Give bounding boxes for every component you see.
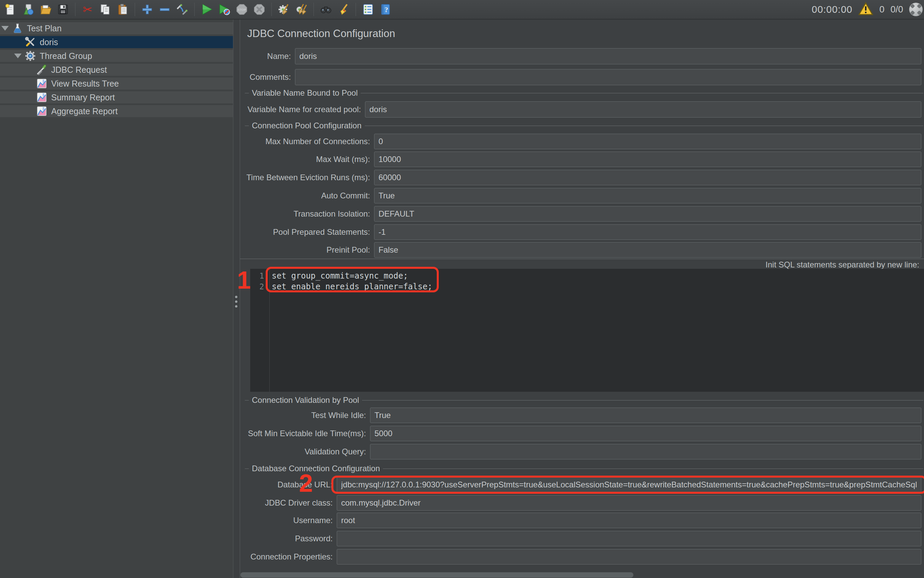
clear-button[interactable]	[276, 2, 292, 17]
field-row-soft-min: Soft Min Evictable Idle Time(ms):	[240, 426, 924, 441]
clear-all-button[interactable]	[293, 2, 309, 17]
search-button[interactable]	[318, 2, 334, 17]
splitter-handle-icon[interactable]	[235, 296, 237, 307]
toggle-button[interactable]	[174, 2, 190, 17]
auto-commit-label: Auto Commit:	[240, 191, 374, 200]
tree-item-label: Test Plan	[27, 24, 62, 33]
expand-all-button[interactable]	[139, 2, 155, 17]
transaction-isolation-label: Transaction Isolation:	[240, 209, 374, 219]
database-url-input[interactable]	[337, 477, 921, 492]
section-database-connection-configuration: Database Connection Configuration	[245, 464, 924, 473]
auto-commit-input[interactable]	[374, 188, 921, 203]
panel-splitter[interactable]	[234, 19, 240, 578]
section-title: Database Connection Configuration	[249, 464, 383, 473]
start-no-pauses-button[interactable]	[217, 2, 232, 17]
field-row-name: Name:	[240, 48, 924, 64]
preinit-pool-input[interactable]	[374, 242, 921, 258]
field-row-database-url: Database URL:	[240, 477, 924, 492]
driver-class-input[interactable]	[337, 495, 921, 511]
new-file-button[interactable]	[3, 2, 18, 17]
database-url-label: Database URL:	[240, 480, 337, 489]
line-number: 2	[250, 281, 269, 292]
code-line: set group_commit=async_mode;	[272, 271, 924, 281]
field-row-auto-commit: Auto Commit:	[240, 188, 924, 203]
name-input[interactable]	[295, 48, 921, 64]
pool-prepared-input[interactable]	[374, 224, 921, 240]
soft-min-label: Soft Min Evictable Idle Time(ms):	[240, 429, 370, 438]
comments-input[interactable]	[295, 69, 921, 85]
test-while-idle-label: Test While Idle:	[240, 411, 370, 420]
copy-button[interactable]	[97, 2, 113, 17]
tree-item-label: Summary Report	[51, 93, 115, 102]
section-connection-validation-by-pool: Connection Validation by Pool	[245, 396, 924, 404]
connection-properties-label: Connection Properties:	[240, 552, 337, 562]
tree-item-doris[interactable]: doris	[0, 36, 233, 49]
tree-item-label: JDBC Request	[51, 65, 107, 75]
group-border-line	[240, 259, 924, 259]
templates-button[interactable]	[20, 2, 36, 17]
preinit-pool-label: Preinit Pool:	[240, 245, 374, 255]
chevron-down-icon[interactable]	[14, 54, 21, 58]
function-helper-button[interactable]	[360, 2, 376, 17]
init-sql-editor[interactable]: 1 2 set group_commit=async_mode; set ena…	[250, 269, 924, 392]
tree-item-test-plan[interactable]: Test Plan	[0, 21, 233, 36]
scrollbar-thumb[interactable]	[240, 572, 634, 578]
variable-pool-input[interactable]	[365, 101, 921, 118]
field-row-driver-class: JDBC Driver class:	[240, 495, 924, 511]
field-row-password: Password:	[240, 531, 924, 546]
svg-text:?: ?	[384, 6, 388, 14]
cut-button[interactable]: ✂	[80, 2, 95, 17]
section-variable-name-bound-to-pool: Variable Name Bound to Pool	[245, 89, 924, 97]
tree-item-thread-group[interactable]: Thread Group	[0, 49, 233, 63]
section-connection-pool-configuration: Connection Pool Configuration	[245, 121, 924, 130]
tree-item-jdbc-request[interactable]: JDBC Request	[0, 63, 233, 77]
tree-item-summary-report[interactable]: Summary Report	[0, 91, 233, 104]
username-label: Username:	[240, 516, 337, 525]
shutdown-button[interactable]	[251, 2, 267, 17]
username-input[interactable]	[337, 513, 921, 528]
line-number: 1	[250, 271, 269, 281]
search-reset-button[interactable]	[336, 2, 351, 17]
tree-item-aggregate-report[interactable]: Aggregate Report	[0, 104, 233, 118]
test-plan-flask-icon	[12, 23, 23, 34]
validation-query-input[interactable]	[370, 444, 921, 459]
page-title: JDBC Connection Configuration	[247, 28, 395, 40]
test-while-idle-input[interactable]	[370, 408, 921, 423]
run-state-indicator	[909, 3, 922, 16]
tree-item-view-results-tree[interactable]: View Results Tree	[0, 77, 233, 91]
paste-button[interactable]	[115, 2, 130, 17]
driver-class-label: JDBC Driver class:	[240, 498, 337, 508]
comments-label: Comments:	[240, 72, 295, 82]
editor-line-number-gutter: 1 2	[250, 269, 270, 392]
gear-icon	[25, 50, 36, 61]
transaction-isolation-input[interactable]	[374, 206, 921, 222]
soft-min-input[interactable]	[370, 426, 921, 441]
scissors-icon: ✂	[83, 3, 92, 16]
collapse-all-button[interactable]	[157, 2, 172, 17]
warning-indicator[interactable]	[858, 2, 873, 17]
save-button[interactable]	[55, 2, 71, 17]
field-row-validation-query: Validation Query:	[240, 444, 924, 459]
password-label: Password:	[240, 534, 337, 543]
variable-pool-label: Variable Name for created pool:	[240, 105, 365, 114]
eviction-input[interactable]	[374, 170, 921, 185]
max-connections-input[interactable]	[374, 134, 921, 149]
field-row-transaction-isolation: Transaction Isolation:	[240, 206, 924, 222]
field-row-max-wait: Max Wait (ms):	[240, 152, 924, 167]
elapsed-timer: 00:00:00	[812, 4, 853, 15]
horizontal-scrollbar	[240, 572, 924, 578]
max-wait-input[interactable]	[374, 152, 921, 167]
stop-button[interactable]: STOP	[234, 2, 250, 17]
section-title: Connection Pool Configuration	[249, 121, 365, 130]
validation-query-label: Validation Query:	[240, 447, 370, 456]
start-button[interactable]	[199, 2, 214, 17]
chevron-down-icon[interactable]	[2, 26, 9, 31]
help-button[interactable]: ?	[378, 2, 393, 17]
password-input[interactable]	[337, 531, 921, 546]
editor-code-area[interactable]: set group_commit=async_mode; set enable_…	[272, 269, 924, 292]
jmeter-window: ✂ STOP ? 00:00:00 0 0/0	[0, 0, 924, 578]
tree-item-label: View Results Tree	[51, 79, 119, 89]
field-row-comments: Comments:	[240, 69, 924, 85]
open-file-button[interactable]	[38, 2, 53, 17]
connection-properties-input[interactable]	[337, 549, 921, 565]
